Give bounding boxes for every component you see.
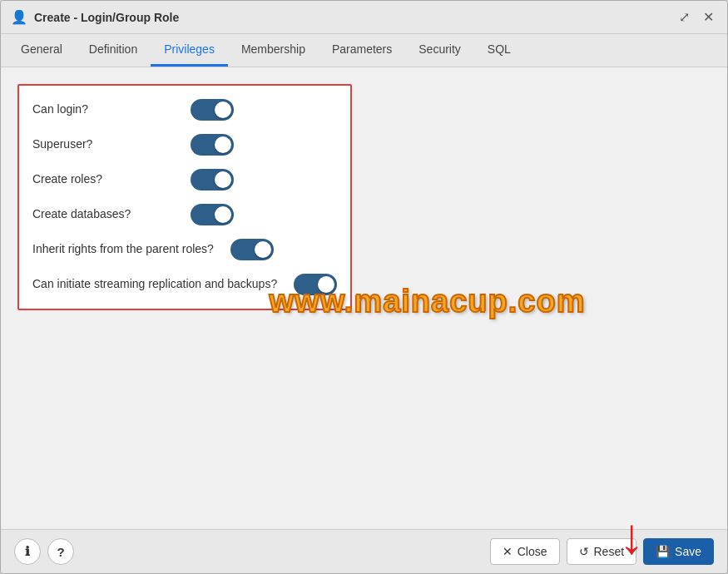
title-bar: 👤 Create - Login/Group Role ⤢ ✕ xyxy=(1,1,727,34)
privilege-row-streaming: Can initiate streaming replication and b… xyxy=(32,267,337,302)
close-label: Close xyxy=(518,545,547,558)
privilege-row-can-login: Can login? xyxy=(32,92,337,127)
tab-security[interactable]: Security xyxy=(405,34,474,67)
expand-button[interactable]: ⤢ xyxy=(676,7,693,27)
tab-general[interactable]: General xyxy=(7,34,76,67)
tab-sql[interactable]: SQL xyxy=(474,34,524,67)
privilege-row-create-roles: Create roles? xyxy=(32,162,337,197)
close-x-icon: ✕ xyxy=(503,545,513,558)
save-label: Save xyxy=(675,545,701,558)
privilege-row-inherit-rights: Inherit rights from the parent roles? xyxy=(32,232,337,267)
tab-definition[interactable]: Definition xyxy=(76,34,151,67)
can-login-label: Can login? xyxy=(32,101,174,118)
create-roles-label: Create roles? xyxy=(32,171,174,188)
help-icon: ? xyxy=(57,545,64,559)
privilege-row-create-databases: Create databases? xyxy=(32,197,337,232)
create-databases-toggle[interactable] xyxy=(191,204,234,225)
streaming-label: Can initiate streaming replication and b… xyxy=(32,276,277,293)
window-close-button[interactable]: ✕ xyxy=(700,7,717,27)
tab-membership[interactable]: Membership xyxy=(228,34,319,67)
tabs-bar: General Definition Privileges Membership… xyxy=(1,34,727,67)
superuser-toggle[interactable] xyxy=(191,134,234,156)
content-area: Can login? Superuser? Create roles? xyxy=(1,67,727,529)
create-roles-knob xyxy=(215,171,231,188)
footer: ℹ ? ✕ Close ↺ Reset 💾 Save xyxy=(1,529,727,573)
title-bar-left: 👤 Create - Login/Group Role xyxy=(11,9,179,25)
superuser-label: Superuser? xyxy=(32,136,174,153)
inherit-rights-label: Inherit rights from the parent roles? xyxy=(32,241,214,258)
window-title: Create - Login/Group Role xyxy=(34,11,179,24)
save-button[interactable]: 💾 Save xyxy=(643,538,714,565)
dialog: 👤 Create - Login/Group Role ⤢ ✕ General … xyxy=(0,0,728,574)
title-bar-right: ⤢ ✕ xyxy=(676,7,717,27)
reset-button[interactable]: ↺ Reset xyxy=(567,538,637,565)
create-databases-label: Create databases? xyxy=(32,206,174,223)
save-icon: 💾 xyxy=(656,545,670,558)
footer-left: ℹ ? xyxy=(14,538,74,565)
privileges-panel: Can login? Superuser? Create roles? xyxy=(17,84,352,310)
tab-privileges[interactable]: Privileges xyxy=(151,34,228,67)
superuser-knob xyxy=(215,136,231,153)
role-icon: 👤 xyxy=(11,9,27,25)
inherit-rights-toggle[interactable] xyxy=(230,239,274,260)
can-login-toggle[interactable] xyxy=(191,99,234,121)
tab-parameters[interactable]: Parameters xyxy=(319,34,405,67)
create-roles-toggle[interactable] xyxy=(191,169,234,191)
inherit-rights-knob xyxy=(255,241,271,258)
info-button[interactable]: ℹ xyxy=(14,538,41,565)
reset-icon: ↺ xyxy=(579,545,589,558)
privilege-row-superuser: Superuser? xyxy=(32,127,337,162)
reset-label: Reset xyxy=(594,545,625,558)
footer-right: ✕ Close ↺ Reset 💾 Save xyxy=(490,538,714,565)
info-icon: ℹ xyxy=(25,544,30,559)
help-button[interactable]: ? xyxy=(47,538,74,565)
create-databases-knob xyxy=(215,206,231,223)
can-login-knob xyxy=(215,101,231,118)
close-button[interactable]: ✕ Close xyxy=(490,538,560,565)
arrow-indicator: ↓ xyxy=(619,507,644,529)
streaming-toggle[interactable] xyxy=(294,274,337,295)
